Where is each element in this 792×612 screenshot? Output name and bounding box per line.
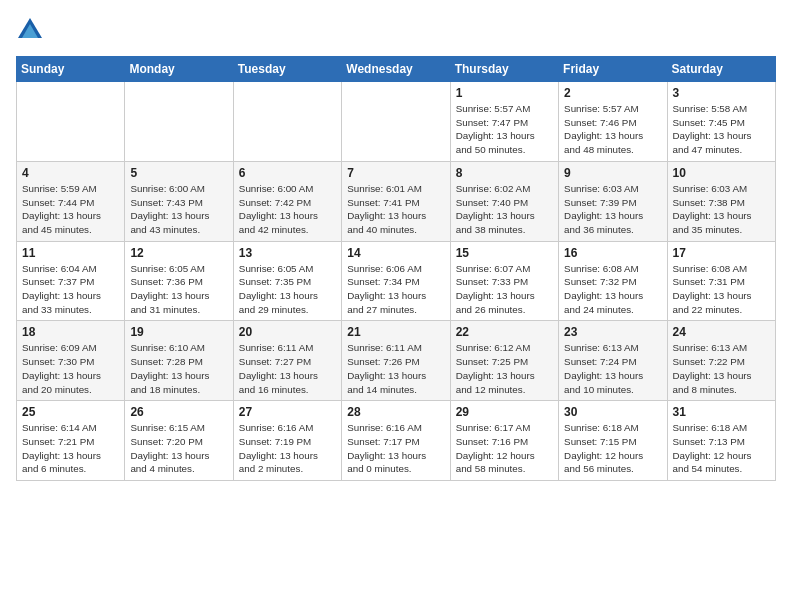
- logo-icon: [16, 16, 44, 44]
- day-info: Sunrise: 6:11 AM Sunset: 7:27 PM Dayligh…: [239, 341, 336, 396]
- weekday-header-saturday: Saturday: [667, 57, 775, 82]
- calendar-cell: 30Sunrise: 6:18 AM Sunset: 7:15 PM Dayli…: [559, 401, 667, 481]
- day-number: 1: [456, 86, 553, 100]
- day-number: 10: [673, 166, 770, 180]
- day-info: Sunrise: 6:14 AM Sunset: 7:21 PM Dayligh…: [22, 421, 119, 476]
- calendar-cell: [342, 82, 450, 162]
- calendar-cell: 18Sunrise: 6:09 AM Sunset: 7:30 PM Dayli…: [17, 321, 125, 401]
- day-number: 21: [347, 325, 444, 339]
- calendar-cell: 9Sunrise: 6:03 AM Sunset: 7:39 PM Daylig…: [559, 161, 667, 241]
- weekday-header-tuesday: Tuesday: [233, 57, 341, 82]
- calendar-cell: 15Sunrise: 6:07 AM Sunset: 7:33 PM Dayli…: [450, 241, 558, 321]
- day-number: 30: [564, 405, 661, 419]
- calendar-cell: 14Sunrise: 6:06 AM Sunset: 7:34 PM Dayli…: [342, 241, 450, 321]
- calendar-cell: 6Sunrise: 6:00 AM Sunset: 7:42 PM Daylig…: [233, 161, 341, 241]
- logo: [16, 16, 48, 44]
- day-number: 31: [673, 405, 770, 419]
- calendar-cell: 12Sunrise: 6:05 AM Sunset: 7:36 PM Dayli…: [125, 241, 233, 321]
- day-info: Sunrise: 6:10 AM Sunset: 7:28 PM Dayligh…: [130, 341, 227, 396]
- calendar-cell: 24Sunrise: 6:13 AM Sunset: 7:22 PM Dayli…: [667, 321, 775, 401]
- day-number: 16: [564, 246, 661, 260]
- calendar-cell: 23Sunrise: 6:13 AM Sunset: 7:24 PM Dayli…: [559, 321, 667, 401]
- calendar-cell: 19Sunrise: 6:10 AM Sunset: 7:28 PM Dayli…: [125, 321, 233, 401]
- day-info: Sunrise: 5:57 AM Sunset: 7:47 PM Dayligh…: [456, 102, 553, 157]
- calendar-cell: [17, 82, 125, 162]
- day-info: Sunrise: 6:17 AM Sunset: 7:16 PM Dayligh…: [456, 421, 553, 476]
- day-number: 22: [456, 325, 553, 339]
- calendar-cell: 21Sunrise: 6:11 AM Sunset: 7:26 PM Dayli…: [342, 321, 450, 401]
- calendar-table: SundayMondayTuesdayWednesdayThursdayFrid…: [16, 56, 776, 481]
- day-info: Sunrise: 6:01 AM Sunset: 7:41 PM Dayligh…: [347, 182, 444, 237]
- calendar-cell: 17Sunrise: 6:08 AM Sunset: 7:31 PM Dayli…: [667, 241, 775, 321]
- day-info: Sunrise: 6:08 AM Sunset: 7:32 PM Dayligh…: [564, 262, 661, 317]
- calendar-week-row: 4Sunrise: 5:59 AM Sunset: 7:44 PM Daylig…: [17, 161, 776, 241]
- day-number: 15: [456, 246, 553, 260]
- day-number: 4: [22, 166, 119, 180]
- calendar-week-row: 1Sunrise: 5:57 AM Sunset: 7:47 PM Daylig…: [17, 82, 776, 162]
- day-number: 12: [130, 246, 227, 260]
- day-number: 11: [22, 246, 119, 260]
- day-info: Sunrise: 6:03 AM Sunset: 7:39 PM Dayligh…: [564, 182, 661, 237]
- calendar-cell: 29Sunrise: 6:17 AM Sunset: 7:16 PM Dayli…: [450, 401, 558, 481]
- day-info: Sunrise: 6:13 AM Sunset: 7:22 PM Dayligh…: [673, 341, 770, 396]
- calendar-cell: 2Sunrise: 5:57 AM Sunset: 7:46 PM Daylig…: [559, 82, 667, 162]
- calendar-cell: 31Sunrise: 6:18 AM Sunset: 7:13 PM Dayli…: [667, 401, 775, 481]
- day-info: Sunrise: 6:03 AM Sunset: 7:38 PM Dayligh…: [673, 182, 770, 237]
- day-info: Sunrise: 6:18 AM Sunset: 7:15 PM Dayligh…: [564, 421, 661, 476]
- day-number: 2: [564, 86, 661, 100]
- calendar-cell: 1Sunrise: 5:57 AM Sunset: 7:47 PM Daylig…: [450, 82, 558, 162]
- day-info: Sunrise: 6:07 AM Sunset: 7:33 PM Dayligh…: [456, 262, 553, 317]
- day-number: 9: [564, 166, 661, 180]
- weekday-header-wednesday: Wednesday: [342, 57, 450, 82]
- calendar-cell: 27Sunrise: 6:16 AM Sunset: 7:19 PM Dayli…: [233, 401, 341, 481]
- day-info: Sunrise: 6:00 AM Sunset: 7:42 PM Dayligh…: [239, 182, 336, 237]
- calendar-cell: 20Sunrise: 6:11 AM Sunset: 7:27 PM Dayli…: [233, 321, 341, 401]
- day-info: Sunrise: 6:05 AM Sunset: 7:36 PM Dayligh…: [130, 262, 227, 317]
- calendar-cell: 25Sunrise: 6:14 AM Sunset: 7:21 PM Dayli…: [17, 401, 125, 481]
- day-info: Sunrise: 6:12 AM Sunset: 7:25 PM Dayligh…: [456, 341, 553, 396]
- day-info: Sunrise: 6:06 AM Sunset: 7:34 PM Dayligh…: [347, 262, 444, 317]
- day-number: 25: [22, 405, 119, 419]
- weekday-header-friday: Friday: [559, 57, 667, 82]
- weekday-header-row: SundayMondayTuesdayWednesdayThursdayFrid…: [17, 57, 776, 82]
- calendar-week-row: 25Sunrise: 6:14 AM Sunset: 7:21 PM Dayli…: [17, 401, 776, 481]
- calendar-cell: 16Sunrise: 6:08 AM Sunset: 7:32 PM Dayli…: [559, 241, 667, 321]
- calendar-cell: [233, 82, 341, 162]
- calendar-week-row: 18Sunrise: 6:09 AM Sunset: 7:30 PM Dayli…: [17, 321, 776, 401]
- day-number: 27: [239, 405, 336, 419]
- day-info: Sunrise: 6:15 AM Sunset: 7:20 PM Dayligh…: [130, 421, 227, 476]
- calendar-cell: 10Sunrise: 6:03 AM Sunset: 7:38 PM Dayli…: [667, 161, 775, 241]
- calendar-cell: 7Sunrise: 6:01 AM Sunset: 7:41 PM Daylig…: [342, 161, 450, 241]
- day-info: Sunrise: 6:04 AM Sunset: 7:37 PM Dayligh…: [22, 262, 119, 317]
- calendar-cell: 22Sunrise: 6:12 AM Sunset: 7:25 PM Dayli…: [450, 321, 558, 401]
- day-info: Sunrise: 6:11 AM Sunset: 7:26 PM Dayligh…: [347, 341, 444, 396]
- day-info: Sunrise: 6:13 AM Sunset: 7:24 PM Dayligh…: [564, 341, 661, 396]
- day-info: Sunrise: 6:08 AM Sunset: 7:31 PM Dayligh…: [673, 262, 770, 317]
- day-info: Sunrise: 6:16 AM Sunset: 7:19 PM Dayligh…: [239, 421, 336, 476]
- day-info: Sunrise: 5:57 AM Sunset: 7:46 PM Dayligh…: [564, 102, 661, 157]
- day-number: 5: [130, 166, 227, 180]
- calendar-cell: 8Sunrise: 6:02 AM Sunset: 7:40 PM Daylig…: [450, 161, 558, 241]
- day-number: 17: [673, 246, 770, 260]
- day-number: 23: [564, 325, 661, 339]
- day-number: 19: [130, 325, 227, 339]
- day-number: 18: [22, 325, 119, 339]
- weekday-header-monday: Monday: [125, 57, 233, 82]
- day-number: 8: [456, 166, 553, 180]
- day-info: Sunrise: 6:00 AM Sunset: 7:43 PM Dayligh…: [130, 182, 227, 237]
- day-info: Sunrise: 5:58 AM Sunset: 7:45 PM Dayligh…: [673, 102, 770, 157]
- page-header: [16, 16, 776, 44]
- day-number: 24: [673, 325, 770, 339]
- day-number: 28: [347, 405, 444, 419]
- calendar-cell: 26Sunrise: 6:15 AM Sunset: 7:20 PM Dayli…: [125, 401, 233, 481]
- day-info: Sunrise: 6:18 AM Sunset: 7:13 PM Dayligh…: [673, 421, 770, 476]
- weekday-header-sunday: Sunday: [17, 57, 125, 82]
- day-number: 6: [239, 166, 336, 180]
- calendar-cell: [125, 82, 233, 162]
- calendar-cell: 11Sunrise: 6:04 AM Sunset: 7:37 PM Dayli…: [17, 241, 125, 321]
- day-number: 13: [239, 246, 336, 260]
- day-number: 20: [239, 325, 336, 339]
- calendar-cell: 3Sunrise: 5:58 AM Sunset: 7:45 PM Daylig…: [667, 82, 775, 162]
- day-number: 26: [130, 405, 227, 419]
- calendar-cell: 5Sunrise: 6:00 AM Sunset: 7:43 PM Daylig…: [125, 161, 233, 241]
